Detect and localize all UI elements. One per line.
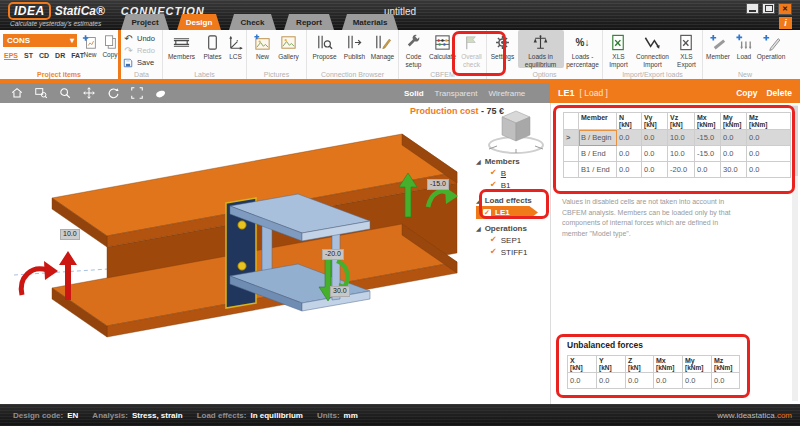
subtab-dr[interactable]: DR [55,52,65,60]
new-operation-button[interactable]: Operation [755,30,787,61]
propose-icon [315,33,334,52]
connection-import-button[interactable]: Connection Import [633,30,673,68]
maximize-button[interactable] [762,3,775,14]
project-item-subtabs: EPS ST CD DR FAT [4,52,84,60]
tab-materials[interactable]: Materials [342,14,398,30]
render-mode-wireframe[interactable]: Wireframe [488,89,525,98]
checkbox-checked-icon[interactable]: ✔ [490,236,497,244]
subtab-st[interactable]: ST [24,52,33,60]
tree-item-b1[interactable]: ✔ B1 [476,179,550,191]
save-button[interactable]: Save [123,57,155,68]
column-header: N[kN] [617,113,642,130]
expander-icon: ◢ [476,225,481,232]
info-badge[interactable]: i [779,17,792,29]
home-icon[interactable] [9,86,24,101]
subtab-cd[interactable]: CD [39,52,49,60]
zoom-window-icon[interactable] [33,86,48,101]
members-icon [172,33,191,52]
load-value-label: -20.0 [322,249,344,260]
render-mode-transparent[interactable]: Transparent [435,89,478,98]
members-button[interactable]: Members [164,30,200,61]
close-button[interactable]: ✕ [778,3,792,15]
force-cell[interactable]: 0.0 [695,162,721,178]
pan-icon[interactable] [81,86,96,101]
tree-section-load-effects[interactable]: ◢ Load effects [476,194,550,206]
new-project-item-button[interactable]: New [82,34,98,58]
publish-button[interactable]: Publish [341,30,369,61]
row-selector[interactable] [564,146,579,162]
calculate-button[interactable]: Calculate [428,30,458,68]
lcs-button[interactable]: LCS [226,30,246,61]
tab-project[interactable]: Project [121,14,169,30]
settings-button[interactable]: Settings [488,30,518,68]
render-mode-solid[interactable]: Solid [404,89,424,98]
force-cell[interactable]: -15.0 [695,146,721,162]
tree-item-stiff1[interactable]: ✔ STIFF1 [476,246,550,258]
force-cell[interactable]: 0.0 [617,130,642,146]
checkbox-checked-icon[interactable]: ✔ [490,181,497,189]
delete-load-button[interactable]: Delete [766,88,792,98]
overall-check-button[interactable]: Overall check [458,30,486,68]
view-cube[interactable] [489,111,543,153]
force-cell[interactable]: 0.0 [747,146,791,162]
xls-import-button[interactable]: XLS Import [605,30,633,68]
undo-button[interactable]: ↶Undo [123,33,155,44]
xls-export-button[interactable]: XLS Export [673,30,701,68]
row-selector[interactable]: > [564,130,579,146]
picture-new-button[interactable]: New [251,30,275,61]
rotate-icon[interactable] [105,86,120,101]
force-cell[interactable]: 0.0 [617,146,642,162]
tree-item-sep1[interactable]: ✔ SEP1 [476,234,550,246]
propose-button[interactable]: Propose [309,30,341,61]
fit-view-icon[interactable] [129,86,144,101]
force-cell[interactable]: 0.0 [721,146,747,162]
new-load-button[interactable]: Load [733,30,755,61]
force-cell[interactable]: 0.0 [642,146,668,162]
checkbox-checked-icon[interactable]: ✔ [490,169,497,177]
zoom-icon[interactable] [57,86,72,101]
tree-item-b[interactable]: ✔ B [476,167,550,179]
tree-section-members[interactable]: ◢ Members [476,155,550,167]
new-member-button[interactable]: Member [703,30,733,61]
member-cell[interactable]: B / End [579,146,617,162]
manage-button[interactable]: Manage [369,30,397,61]
tree-section-operations[interactable]: ◢ Operations [476,222,550,234]
tab-report[interactable]: Report [284,14,334,30]
loads-percentage-button[interactable]: %↓ Loads - percentage [564,30,602,68]
force-cell[interactable]: 0.0 [642,130,668,146]
3d-viewport[interactable]: Production cost - 75 € 10.0 -15.0 -20.0 … [0,103,550,404]
tab-design[interactable]: Design [177,14,221,30]
checkbox-checked-icon[interactable]: ✔ [490,248,497,256]
force-cell[interactable]: 0.0 [617,162,642,178]
select-tool-icon[interactable] [153,86,168,101]
force-cell[interactable]: 0.0 [642,162,668,178]
force-cell[interactable]: -20.0 [668,162,695,178]
force-cell[interactable]: 0.0 [721,130,747,146]
force-cell[interactable]: 10.0 [668,130,695,146]
code-setup-button[interactable]: Code setup [400,30,428,68]
subtab-eps[interactable]: EPS [4,52,18,60]
minimize-button[interactable] [746,3,759,14]
force-cell[interactable]: -15.0 [695,130,721,146]
save-icon [123,58,134,68]
gallery-button[interactable]: Gallery [275,30,303,61]
force-cell[interactable]: 0.0 [747,130,791,146]
project-item-selector[interactable]: CONS ▾ [3,34,77,47]
member-cell[interactable]: B1 / End [579,162,617,178]
copy-project-item-button[interactable]: Copy [102,34,118,58]
plates-button[interactable]: Plates [200,30,226,61]
scrollbar-thumb[interactable] [792,106,798,176]
tab-check[interactable]: Check [229,14,276,30]
copy-load-button[interactable]: Copy [736,88,757,98]
checkbox-checked-icon[interactable]: ✓ [483,209,491,217]
force-cell[interactable]: 10.0 [668,146,695,162]
force-cell[interactable]: 0.0 [747,162,791,178]
member-cell[interactable]: B / Begin [579,130,617,146]
force-cell[interactable]: 30.0 [721,162,747,178]
column-header: Z[kN] [626,356,654,373]
tree-item-le1-selected[interactable]: ✓ LE1 [476,206,538,219]
row-selector[interactable] [564,162,579,178]
redo-button[interactable]: ↷Redo [123,45,155,56]
website-link[interactable]: www.ideastatica .com [717,404,792,426]
loads-in-equilibrium-button[interactable]: Loads in equilibrium [518,30,564,68]
